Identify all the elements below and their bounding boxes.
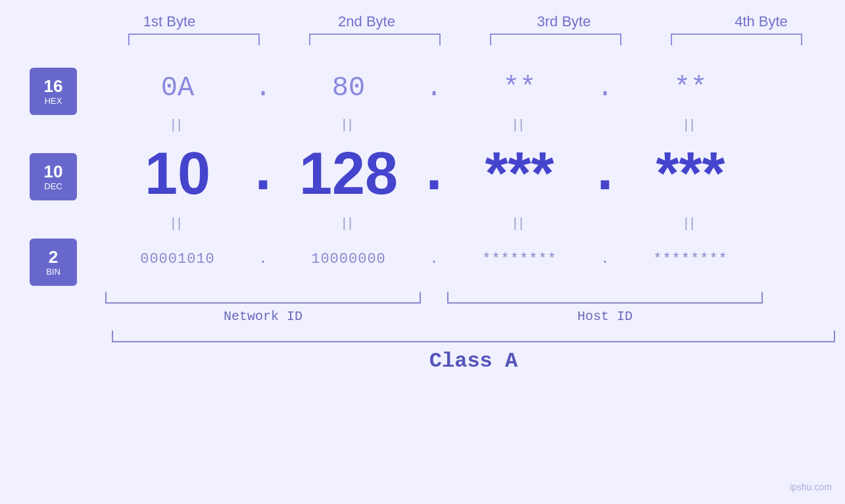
equals-spacer-1 xyxy=(30,118,85,137)
equals-spacer-2 xyxy=(30,216,85,236)
bin-badge: 2 BIN xyxy=(30,239,77,286)
bin-byte3-cell: ******** xyxy=(447,251,592,267)
dec-byte1-cell: 10 xyxy=(105,140,250,208)
network-id-bracket xyxy=(105,292,421,304)
bin-byte2-cell: 10000000 xyxy=(276,251,421,267)
bracket-gap xyxy=(421,292,447,304)
equals2-b1: || xyxy=(105,216,250,231)
class-bracket xyxy=(112,331,835,342)
hex-badge-label: HEX xyxy=(45,96,62,106)
dec-data-row: 10 . 128 . *** . *** xyxy=(85,134,845,213)
equals1-b1: || xyxy=(105,117,250,132)
equals2-b3: || xyxy=(447,216,592,231)
dec-badge: 10 DEC xyxy=(30,153,77,200)
hex-byte2-cell: 80 xyxy=(276,72,421,104)
hex-byte4-value: ** xyxy=(674,72,707,104)
dec-byte2-cell: 128 xyxy=(276,140,421,208)
hex-badge-number: 16 xyxy=(44,77,63,96)
main-container: 1st Byte 2nd Byte 3rd Byte 4th Byte 16 H… xyxy=(0,0,845,504)
hex-byte3-value: ** xyxy=(503,72,536,104)
bin-badge-number: 2 xyxy=(49,248,58,267)
class-section: Class A xyxy=(112,331,835,373)
host-id-label: Host ID xyxy=(447,309,763,324)
bracket-byte3 xyxy=(490,34,621,45)
watermark: ipshu.com xyxy=(790,482,832,492)
equals-row-1: || || || || xyxy=(85,114,845,134)
byte3-header: 3rd Byte xyxy=(495,13,633,30)
byte1-header: 1st Byte xyxy=(101,13,239,30)
dec-byte4-cell: *** xyxy=(618,140,763,208)
badges-column: 16 HEX 10 DEC 2 BIN xyxy=(0,65,85,324)
bin-badge-spacer: 2 BIN xyxy=(30,236,85,288)
hex-badge: 16 HEX xyxy=(30,68,77,115)
hex-byte2-value: 80 xyxy=(332,72,365,104)
network-id-label: Network ID xyxy=(105,309,421,324)
bin-sep1: . xyxy=(250,251,276,267)
equals-row-2: || || || || xyxy=(85,213,845,233)
dec-byte2-value: 128 xyxy=(299,140,398,208)
byte2-header: 2nd Byte xyxy=(298,13,436,30)
hex-sep3: . xyxy=(592,72,618,104)
dec-sep2: . xyxy=(421,140,447,207)
dec-sep3: . xyxy=(592,140,618,207)
byte-headers: 1st Byte 2nd Byte 3rd Byte 4th Byte xyxy=(71,13,846,30)
dec-byte4-value: *** xyxy=(656,140,725,208)
bracket-byte2 xyxy=(309,34,441,45)
bin-sep3: . xyxy=(592,251,618,267)
host-id-bracket xyxy=(447,292,763,304)
bin-badge-label: BIN xyxy=(46,267,60,277)
bin-byte1-value: 00001010 xyxy=(140,251,215,267)
top-brackets xyxy=(104,34,827,45)
dec-badge-label: DEC xyxy=(44,181,62,191)
equals2-b4: || xyxy=(618,216,763,231)
hex-byte4-cell: ** xyxy=(618,72,763,104)
hex-sep2: . xyxy=(421,72,447,104)
hex-byte1-cell: 0A xyxy=(105,72,250,104)
bin-byte4-value: ******** xyxy=(653,251,728,267)
bin-byte1-cell: 00001010 xyxy=(105,251,250,267)
dec-sep1: . xyxy=(250,140,276,207)
bracket-byte4 xyxy=(671,34,802,45)
byte4-header: 4th Byte xyxy=(692,13,831,30)
equals1-b2: || xyxy=(276,117,421,132)
hex-sep1: . xyxy=(250,72,276,104)
bin-data-row: 00001010 . 10000000 . ******** . xyxy=(85,233,845,285)
class-label: Class A xyxy=(112,349,835,373)
bracket-byte1 xyxy=(128,34,260,45)
hex-byte3-cell: ** xyxy=(447,72,592,104)
dec-badge-number: 10 xyxy=(44,162,63,181)
bin-byte4-cell: ******** xyxy=(618,251,763,267)
equals1-b4: || xyxy=(618,117,763,132)
hex-data-row: 0A . 80 . ** . ** xyxy=(85,62,845,114)
dec-byte3-cell: *** xyxy=(447,140,592,208)
bin-byte2-value: 10000000 xyxy=(311,251,386,267)
dec-badge-spacer: 10 DEC xyxy=(30,137,85,216)
dec-byte1-value: 10 xyxy=(145,140,210,208)
bin-byte3-value: ******** xyxy=(482,251,557,267)
hex-byte1-value: 0A xyxy=(161,72,194,104)
dec-byte3-value: *** xyxy=(485,140,554,208)
rows-container: 0A . 80 . ** . ** xyxy=(85,52,845,324)
equals1-b3: || xyxy=(447,117,592,132)
equals2-b2: || xyxy=(276,216,421,231)
bin-sep2: . xyxy=(421,251,447,267)
